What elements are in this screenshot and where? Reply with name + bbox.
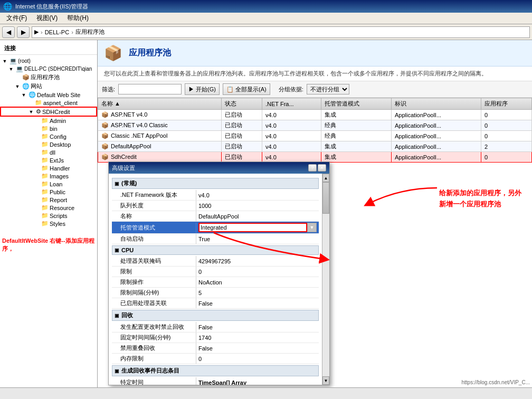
extjs-icon: 📁 bbox=[41, 157, 49, 164]
prop-limit-action: 限制操作 NoAction bbox=[112, 277, 319, 288]
prop-fixed-interval: 固定时间间隔(分钟) 1740 bbox=[112, 332, 319, 343]
showall-button[interactable]: 📋 全部显示(A) bbox=[223, 83, 270, 95]
title-bar-text: Internet 信息服务(IIS)管理器 bbox=[15, 3, 88, 11]
sidebar-item-styles[interactable]: 📁 Styles bbox=[0, 220, 97, 227]
menu-bar: 文件(F) 视图(V) 帮助(H) bbox=[0, 13, 532, 24]
table-header-row: 名称 ▲ 状态 .NET Fra... 托管管道模式 标识 应用程序 bbox=[98, 98, 532, 110]
table-row[interactable]: 📦ASP.NET v4.0 已启动v4.0集成ApplicationPoolI.… bbox=[98, 110, 532, 120]
prop-group-cpu[interactable]: ▣ CPU bbox=[112, 245, 319, 255]
sidebar-item-sdhcredit[interactable]: ▼ ⚙ SDHCredit bbox=[0, 107, 97, 117]
config-icon: 📁 bbox=[41, 133, 49, 140]
scrollbar-down-button[interactable]: ▼ bbox=[322, 376, 329, 385]
col-status[interactable]: 状态 bbox=[221, 98, 262, 110]
sdhcredit-icon: ⚙ bbox=[36, 108, 41, 115]
sidebar-item-images[interactable]: 📁 Images bbox=[0, 172, 97, 180]
sites-icon: 🌐 bbox=[22, 83, 30, 90]
col-mode[interactable]: 托管管道模式 bbox=[321, 98, 392, 110]
table-row[interactable]: 📦Classic .NET AppPool 已启动v4.0经典Applicati… bbox=[98, 131, 532, 141]
prop-specific-time: 特定时间 TimeSpan[] Array bbox=[112, 377, 319, 385]
dialog-help-button[interactable]: ? bbox=[308, 164, 317, 172]
root-icon: 💻 bbox=[10, 58, 17, 64]
pipeline-mode-input[interactable] bbox=[198, 223, 307, 232]
sidebar-item-defaultweb[interactable]: ▼ 🌐 Default Web Site bbox=[0, 91, 97, 99]
sidebar-item-handler[interactable]: 📁 Handler bbox=[0, 164, 97, 172]
prop-pipeline-mode[interactable]: 托管管道模式 ▼ bbox=[112, 222, 319, 234]
row-icon: 📦 bbox=[101, 111, 109, 118]
menu-view[interactable]: 视图(V) bbox=[32, 13, 62, 24]
sidebar-item-admin[interactable]: 📁 Admin bbox=[0, 117, 97, 125]
sidebar-item-aspnet[interactable]: 📁 aspnet_client bbox=[0, 99, 97, 107]
prop-net-version: .NET Framework 版本 v4.0 bbox=[112, 190, 319, 201]
sidebar-item-sites[interactable]: ▼ 🌐 网站 bbox=[0, 82, 97, 91]
content-header: 📦 应用程序池 bbox=[98, 40, 532, 66]
aspnet-icon: 📁 bbox=[35, 99, 42, 106]
table-row[interactable]: 📦DefaultAppPool 已启动v4.0集成ApplicationPool… bbox=[98, 141, 532, 152]
table-row[interactable]: 📦ASP.NET v4.0 Classic 已启动v4.0经典Applicati… bbox=[98, 120, 532, 131]
col-identity[interactable]: 标识 bbox=[392, 98, 481, 110]
prop-disable-overlap: 禁用重叠回收 False bbox=[112, 343, 319, 354]
public-icon: 📁 bbox=[41, 188, 49, 195]
dialog-body: ▣ (常规) .NET Framework 版本 v4.0 队列长度 1000 … bbox=[109, 174, 329, 385]
prop-memory-limit: 内存限制 0 bbox=[112, 354, 319, 364]
content-title: 应用程序池 bbox=[129, 48, 171, 59]
red-arrow-svg bbox=[358, 172, 442, 214]
status-bar bbox=[0, 387, 532, 399]
group-cpu-label: CPU bbox=[121, 247, 134, 253]
scrollbar-up-button[interactable]: ▲ bbox=[322, 174, 329, 182]
col-net[interactable]: .NET Fra... bbox=[262, 98, 321, 110]
group-expand-icon-recycle: ▣ bbox=[115, 313, 119, 318]
dll-icon: 📁 bbox=[41, 149, 49, 156]
sidebar-item-config[interactable]: 📁 Config bbox=[0, 132, 97, 140]
start-button[interactable]: ▶ 开始(G) bbox=[185, 83, 220, 95]
prop-group-recycle[interactable]: ▣ 回收 bbox=[112, 310, 319, 321]
col-name[interactable]: 名称 ▲ bbox=[98, 98, 222, 110]
group-expand-icon: ▣ bbox=[115, 181, 119, 186]
pipeline-dropdown-button[interactable]: ▼ bbox=[307, 223, 317, 232]
menu-help[interactable]: 帮助(H) bbox=[63, 13, 93, 24]
sidebar-item-apppool[interactable]: 📦 应用程序池 bbox=[0, 73, 97, 82]
content-area: 📦 应用程序池 您可以在此页上查看和管理服务器上的应用程序池列表。应用程序池与工… bbox=[98, 40, 532, 387]
filter-input[interactable] bbox=[118, 84, 182, 94]
back-button[interactable]: ◀ bbox=[2, 26, 15, 38]
prop-group-general[interactable]: ▣ (常规) bbox=[112, 178, 319, 189]
prop-limit: 限制 0 bbox=[112, 267, 319, 277]
group-label: 分组依据: bbox=[279, 86, 303, 93]
prop-name: 名称 DefaultAppPool bbox=[112, 211, 319, 222]
col-apps[interactable]: 应用程序 bbox=[481, 98, 532, 110]
scrollbar-thumb[interactable] bbox=[322, 182, 329, 214]
menu-file[interactable]: 文件(F) bbox=[2, 13, 31, 24]
sidebar-item-bin[interactable]: 📁 bin bbox=[0, 125, 97, 132]
sidebar-item-extjs[interactable]: 📁 ExtJs bbox=[0, 156, 97, 164]
content-header-icon: 📦 bbox=[104, 44, 122, 62]
defaultweb-icon: 🌐 bbox=[28, 91, 36, 98]
group-recycle-label: 回收 bbox=[121, 311, 133, 319]
sidebar-item-dll[interactable]: 📁 dll bbox=[0, 148, 97, 156]
sidebar-item-scripts[interactable]: 📁 Scripts bbox=[0, 212, 97, 220]
sidebar-item-report[interactable]: 📁 Report bbox=[0, 196, 97, 204]
address-part1: DELL-PC bbox=[45, 29, 69, 35]
prop-config-change: 发生配置更改时禁止回收 False bbox=[112, 322, 319, 332]
dialog-annotation: 给新添加的应用程序，另外新增一个应用程序池 bbox=[439, 188, 521, 210]
resource-icon: 📁 bbox=[41, 204, 49, 211]
advanced-settings-dialog: 高级设置 ? ✕ ▣ (常规) .NET Framework 版本 v4.0 bbox=[108, 162, 330, 385]
prop-group-log[interactable]: ▣ 生成回收事件日志条目 bbox=[112, 365, 319, 376]
table-row-sdhcredit[interactable]: 📦SdhCredit 已启动 v4.0 集成 ApplicationPoolI.… bbox=[98, 152, 532, 163]
sidebar-item-loan[interactable]: 📁 Loan bbox=[0, 180, 97, 188]
sidebar-item-dellpc[interactable]: ▼ 💻 DELL-PC (SDHCREDIT\qian bbox=[0, 65, 97, 73]
handler-icon: 📁 bbox=[41, 165, 49, 172]
prop-limit-interval: 限制间隔(分钟) 5 bbox=[112, 288, 319, 298]
forward-button[interactable]: ▶ bbox=[17, 26, 30, 38]
sidebar-item-public[interactable]: 📁 Public bbox=[0, 188, 97, 196]
sidebar-item-resource[interactable]: 📁 Resource bbox=[0, 204, 97, 212]
styles-icon: 📁 bbox=[41, 220, 49, 227]
toolbar: ◀ ▶ ▶ › DELL-PC › 应用程序池 bbox=[0, 24, 532, 40]
dialog-scrollbar[interactable]: ▲ ▼ bbox=[322, 174, 329, 385]
sidebar-item-desktop[interactable]: 📁 Desktop bbox=[0, 140, 97, 148]
dialog-close-button[interactable]: ✕ bbox=[318, 164, 326, 172]
group-expand-icon-log: ▣ bbox=[115, 368, 119, 374]
group-log-label: 生成回收事件日志条目 bbox=[121, 367, 179, 375]
group-select[interactable]: 不进行分组 bbox=[307, 84, 349, 94]
sidebar-item-root[interactable]: ▼ 💻 (root) bbox=[0, 57, 97, 65]
prop-autostart: 自动启动 True bbox=[112, 234, 319, 244]
content-description: 您可以在此页上查看和管理服务器上的应用程序池列表。应用程序池与工作进程相关联，包… bbox=[98, 66, 532, 81]
